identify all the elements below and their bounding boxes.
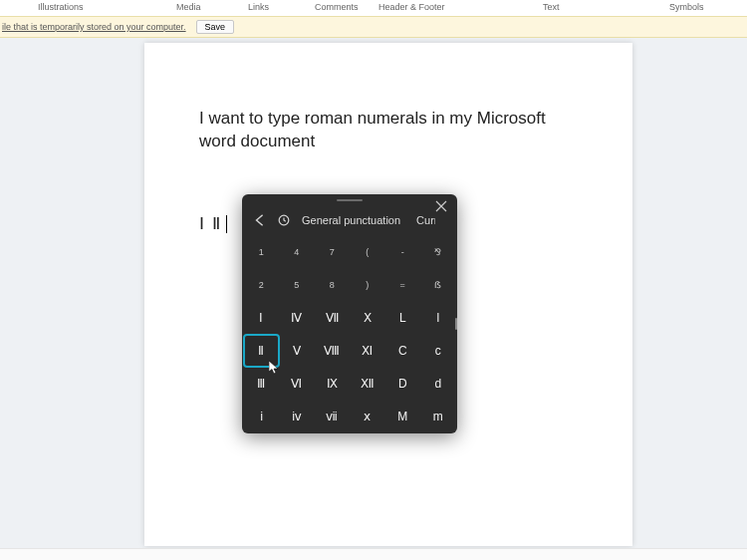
symbol-cell[interactable]: m (421, 401, 456, 432)
symbol-cell[interactable]: d (421, 368, 456, 400)
ribbon-group-label: Media (176, 2, 201, 12)
tab-general-punctuation[interactable]: General punctuation (302, 214, 400, 226)
symbol-cell[interactable]: M (385, 401, 420, 432)
symbol-cell[interactable]: Ⅻ (351, 368, 385, 400)
symbol-cell[interactable]: 8 (315, 269, 350, 301)
symbol-panel-header: General punctuation Currency s (242, 206, 457, 234)
symbol-cell[interactable]: Ⅷ (315, 335, 350, 367)
ribbon-group-label: Header & Footer (378, 2, 445, 12)
symbol-cell[interactable]: ⅹ (351, 401, 385, 432)
symbol-cell[interactable]: - (385, 236, 420, 268)
symbol-cell[interactable]: ( (351, 236, 385, 268)
ribbon-group-label: Symbols (669, 2, 704, 12)
symbol-cell[interactable]: ⅶ (315, 401, 350, 432)
typed-symbol: Ⅰ (199, 213, 204, 236)
symbol-cell[interactable]: ⅋ (421, 236, 456, 268)
ribbon-group-label: Illustrations (38, 2, 84, 12)
status-bar (0, 548, 747, 560)
text-cursor (226, 215, 227, 233)
symbol-cell[interactable]: = (385, 269, 420, 301)
symbol-picker-panel: General punctuation Currency s 147(-⅋258… (242, 194, 457, 433)
symbol-cell[interactable]: C (385, 335, 420, 367)
info-bar-text: ile that is temporarily stored on your c… (2, 22, 186, 32)
ribbon-group-label: Text (543, 2, 560, 12)
ribbon-group-label: Links (248, 2, 269, 12)
symbol-cell[interactable]: Ⅳ (280, 302, 315, 334)
symbol-grid: 147(-⅋258)=ẞⅠⅣⅦⅩLlⅡⅤⅧⅪCcⅢⅥⅨⅫDdⅰⅳⅶⅹMm (242, 234, 457, 433)
ribbon-group-label: Comments (315, 2, 359, 12)
symbol-cell[interactable]: Ⅰ (244, 302, 279, 334)
symbol-cell[interactable]: l (421, 302, 456, 334)
symbol-cell[interactable]: c (421, 335, 456, 367)
ribbon-group-labels: IllustrationsMediaLinksCommentsHeader & … (0, 0, 747, 16)
symbol-cell[interactable]: ) (351, 269, 385, 301)
typed-symbol: Ⅱ (212, 213, 220, 236)
symbol-category-tabs[interactable]: General punctuation Currency s (302, 214, 451, 226)
recent-icon[interactable] (272, 208, 296, 232)
symbol-cell[interactable]: Ⅺ (351, 335, 385, 367)
symbol-cell[interactable]: Ⅸ (315, 368, 350, 400)
workspace: I want to type roman numerals in my Micr… (0, 38, 747, 560)
scrollbar-handle[interactable] (455, 318, 457, 330)
save-button[interactable]: Save (196, 20, 235, 34)
symbol-cell[interactable]: L (385, 302, 420, 334)
tab-currency[interactable]: Currency s (416, 214, 435, 226)
symbol-cell[interactable]: Ⅶ (315, 302, 350, 334)
symbol-cell[interactable]: Ⅹ (351, 302, 385, 334)
info-bar: ile that is temporarily stored on your c… (0, 16, 747, 38)
symbol-cell[interactable]: ⅰ (244, 401, 279, 432)
back-icon[interactable] (248, 208, 272, 232)
symbol-cell[interactable]: 7 (315, 236, 350, 268)
symbol-cell[interactable]: Ⅲ (244, 368, 279, 400)
symbol-cell[interactable]: 5 (280, 269, 315, 301)
symbol-cell[interactable]: 1 (244, 236, 279, 268)
symbol-cell[interactable]: Ⅵ (280, 368, 315, 400)
symbol-cell[interactable]: Ⅱ (244, 335, 279, 367)
symbol-cell[interactable]: D (385, 368, 420, 400)
document-paragraph: I want to type roman numerals in my Micr… (199, 108, 578, 153)
symbol-cell[interactable]: ⅳ (280, 401, 315, 432)
close-icon[interactable] (435, 200, 447, 212)
symbol-cell[interactable]: 4 (280, 236, 315, 268)
symbol-cell[interactable]: ẞ (421, 269, 456, 301)
symbol-cell[interactable]: Ⅴ (280, 335, 315, 367)
symbol-cell[interactable]: 2 (244, 269, 279, 301)
panel-drag-grip[interactable] (242, 194, 457, 202)
